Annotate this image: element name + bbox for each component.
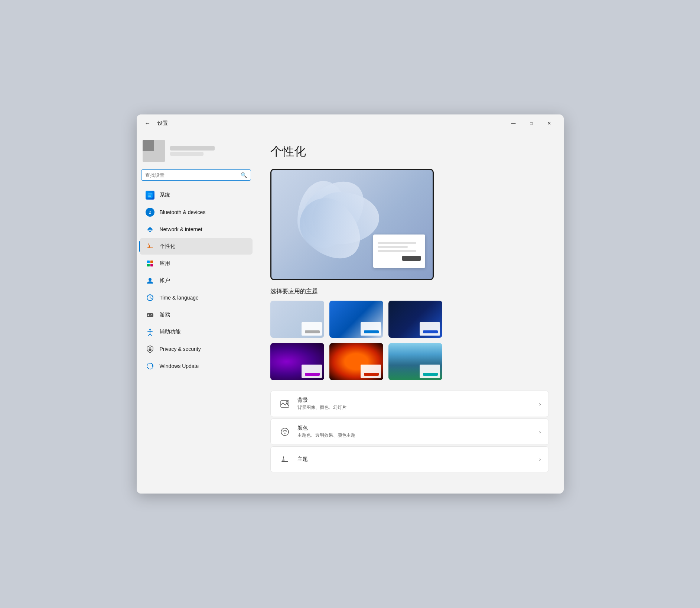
- window-controls: — □ ✕: [505, 117, 558, 129]
- titlebar: ← 设置 — □ ✕: [137, 114, 564, 132]
- themes-text: 主题: [297, 456, 539, 463]
- settings-window: ← 设置 — □ ✕ 🔍: [137, 114, 564, 494]
- page-title: 个性化: [270, 143, 549, 160]
- preview-line-3: [378, 250, 416, 252]
- svg-point-35: [284, 433, 286, 434]
- svg-rect-2: [148, 195, 151, 195]
- theme-option-2[interactable]: [329, 301, 383, 338]
- theme-option-6[interactable]: [388, 343, 442, 380]
- svg-line-26: [149, 334, 150, 336]
- theme-option-5[interactable]: [329, 343, 383, 380]
- svg-point-14: [149, 278, 152, 281]
- accessibility-icon: [146, 327, 154, 336]
- sidebar-item-label-personalize: 个性化: [160, 243, 175, 250]
- sidebar-item-personalize[interactable]: 个性化: [140, 238, 253, 255]
- theme-mini-window-4: [302, 365, 322, 378]
- search-icon: 🔍: [241, 172, 247, 178]
- background-arrow: ›: [539, 401, 541, 407]
- svg-line-17: [150, 298, 152, 298]
- search-input[interactable]: [145, 172, 238, 178]
- theme-preview: [270, 169, 434, 280]
- sidebar-item-accessibility[interactable]: 辅助功能: [140, 324, 253, 340]
- settings-item-background[interactable]: 背景 背景图像、颜色、幻灯片 ›: [270, 391, 549, 417]
- background-title: 背景: [297, 397, 539, 404]
- background-text: 背景 背景图像、颜色、幻灯片: [297, 397, 539, 411]
- svg-text:B: B: [149, 210, 151, 214]
- sidebar-item-label-update: Windows Update: [160, 363, 199, 369]
- theme-grid: [270, 301, 549, 380]
- sidebar-item-system[interactable]: 系统: [140, 187, 253, 203]
- main-layout: 🔍 系统 B Bluetooth & devices Network &: [137, 132, 564, 494]
- theme-bar-6: [423, 373, 438, 376]
- wallpaper-preview: [271, 170, 433, 279]
- sidebar-item-label-system: 系统: [160, 192, 170, 198]
- system-icon: [146, 191, 154, 200]
- sidebar-item-time[interactable]: Time & language: [140, 290, 253, 306]
- theme-mini-window-2: [361, 322, 381, 336]
- theme-mini-window-6: [420, 365, 440, 378]
- theme-select-label: 选择要应用的主题: [270, 288, 549, 295]
- theme-option-3[interactable]: [388, 301, 442, 338]
- svg-rect-10: [147, 261, 150, 263]
- preview-line-1: [378, 242, 416, 244]
- gaming-icon: [146, 310, 154, 319]
- svg-marker-29: [152, 365, 153, 367]
- theme-option-4[interactable]: [270, 343, 324, 380]
- user-profile[interactable]: [137, 136, 255, 169]
- theme-mini-window-5: [361, 365, 381, 378]
- maximize-button[interactable]: □: [523, 117, 540, 129]
- back-button[interactable]: ←: [143, 118, 153, 129]
- svg-point-32: [281, 428, 289, 436]
- bluetooth-icon: B: [146, 208, 154, 217]
- svg-rect-11: [150, 261, 153, 263]
- background-desc: 背景图像、颜色、幻灯片: [297, 404, 539, 411]
- settings-item-colors[interactable]: 颜色 主题色、透明效果、颜色主题 ›: [270, 418, 549, 445]
- preview-window: [373, 235, 425, 268]
- sidebar-item-network[interactable]: Network & internet: [140, 221, 253, 237]
- sidebar-item-label-accessibility: 辅助功能: [160, 329, 180, 335]
- window-title: 设置: [157, 120, 168, 127]
- personalize-icon: [146, 242, 154, 251]
- svg-rect-20: [147, 315, 149, 316]
- sidebar-item-label-privacy: Privacy & security: [160, 346, 201, 352]
- theme-bar-2: [364, 330, 379, 333]
- colors-text: 颜色 主题色、透明效果、颜色主题: [297, 425, 539, 439]
- search-box[interactable]: 🔍: [141, 169, 251, 181]
- svg-point-21: [151, 314, 152, 315]
- theme-bar-4: [305, 373, 320, 376]
- themes-icon: [278, 453, 292, 466]
- content-area: 个性化: [255, 132, 564, 494]
- sidebar-item-label-time: Time & language: [160, 295, 199, 301]
- avatar: [143, 140, 165, 162]
- minimize-button[interactable]: —: [505, 117, 522, 129]
- themes-arrow: ›: [539, 456, 541, 462]
- svg-point-22: [150, 315, 151, 316]
- user-email-placeholder: [170, 152, 204, 156]
- sidebar-item-privacy[interactable]: Privacy & security: [140, 341, 253, 357]
- close-button[interactable]: ✕: [541, 117, 558, 129]
- sidebar-item-label-accounts: 帐户: [160, 277, 170, 284]
- sidebar-item-label-apps: 应用: [160, 260, 170, 267]
- svg-rect-28: [149, 349, 151, 351]
- svg-rect-3: [148, 196, 151, 197]
- theme-mini-window-1: [302, 322, 322, 336]
- apps-icon: [146, 259, 154, 268]
- theme-mini-window-3: [420, 322, 440, 336]
- colors-title: 颜色: [297, 425, 539, 431]
- sidebar-item-update[interactable]: Windows Update: [140, 358, 253, 374]
- theme-bar-5: [364, 373, 379, 376]
- svg-rect-36: [281, 461, 288, 462]
- time-icon: [146, 293, 154, 302]
- network-icon: [146, 225, 154, 234]
- svg-rect-12: [147, 264, 150, 266]
- svg-point-31: [286, 401, 288, 403]
- sidebar-item-accounts[interactable]: 帐户: [140, 272, 253, 289]
- sidebar-item-apps[interactable]: 应用: [140, 255, 253, 272]
- svg-point-23: [149, 329, 151, 330]
- background-icon: [278, 397, 292, 411]
- sidebar-item-gaming[interactable]: 游戏: [140, 307, 253, 323]
- theme-option-1[interactable]: [270, 301, 324, 338]
- sidebar-item-bluetooth[interactable]: B Bluetooth & devices: [140, 204, 253, 220]
- settings-item-themes[interactable]: 主题 ›: [270, 446, 549, 472]
- user-name-placeholder: [170, 146, 215, 151]
